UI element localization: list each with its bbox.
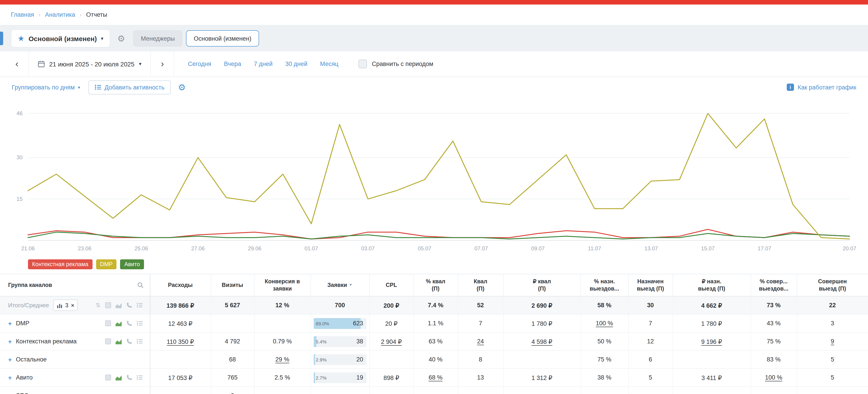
drilldown-value-link[interactable]: 9 bbox=[831, 338, 834, 345]
column-header[interactable]: ₽ назн. выезд (П) bbox=[673, 274, 751, 296]
x-axis-tick-label: 09.07 bbox=[531, 245, 545, 251]
info-icon: i bbox=[787, 84, 794, 91]
legend-chip[interactable]: Контекстная реклама bbox=[28, 259, 92, 269]
data-cell: 4 662 ₽ bbox=[673, 296, 751, 314]
next-period-button[interactable]: › bbox=[151, 52, 175, 76]
search-icon[interactable] bbox=[137, 282, 143, 288]
quick-range-link[interactable]: 30 дней bbox=[285, 60, 307, 67]
cell-value: 12 bbox=[647, 338, 654, 345]
column-header[interactable]: % совер... выездов... bbox=[751, 274, 797, 296]
swatch-icon[interactable] bbox=[105, 302, 111, 308]
column-header[interactable]: % квал (П) bbox=[413, 274, 458, 296]
calls-icon[interactable] bbox=[126, 374, 132, 381]
calls-icon[interactable] bbox=[126, 320, 132, 326]
drilldown-value-link[interactable]: 68 % bbox=[429, 374, 442, 381]
breadcrumb-item[interactable]: Аналитика bbox=[45, 11, 75, 18]
quick-range-link[interactable]: Сегодня bbox=[188, 60, 212, 67]
compare-period-checkbox[interactable] bbox=[359, 60, 367, 68]
show-on-chart-icon[interactable] bbox=[115, 320, 122, 326]
expand-row-button[interactable]: + bbox=[8, 356, 12, 363]
window-chrome-bar bbox=[0, 0, 868, 4]
column-header-label: % совер... выездов... bbox=[759, 278, 788, 292]
swatch-icon[interactable] bbox=[105, 374, 111, 381]
calls-icon[interactable] bbox=[126, 338, 132, 344]
date-range-picker[interactable]: 21 июня 2025 - 20 июля 2025 ▾ bbox=[29, 52, 151, 76]
swatch-icon[interactable] bbox=[105, 320, 111, 326]
cell-value: 623 bbox=[353, 320, 366, 327]
cell-value: 139 866 ₽ bbox=[166, 302, 194, 309]
channel-name: SEO bbox=[16, 392, 29, 394]
quick-range-link[interactable]: Вчера bbox=[224, 60, 241, 67]
data-cell: 12 % bbox=[254, 296, 311, 314]
drilldown-value-link[interactable]: 24 bbox=[477, 338, 484, 345]
chart-settings-gear-icon[interactable]: ⚙ bbox=[178, 82, 186, 92]
report-tab-managers[interactable]: Менеджеры bbox=[133, 30, 182, 47]
swatch-icon[interactable] bbox=[105, 338, 111, 344]
column-header[interactable]: Назначен выезд (П) bbox=[628, 274, 673, 296]
legend-chip[interactable]: Авито bbox=[120, 259, 144, 269]
column-header[interactable]: Заявки▼ bbox=[311, 274, 369, 296]
data-cell: 89.0%623 bbox=[311, 314, 369, 332]
expand-row-button[interactable]: + bbox=[8, 392, 12, 394]
drilldown-value-link[interactable]: 110 350 ₽ bbox=[167, 338, 194, 345]
row-menu-icon[interactable] bbox=[136, 321, 143, 326]
cell-value: 898 ₽ bbox=[383, 374, 399, 381]
cell-value: 7 bbox=[649, 320, 652, 327]
column-header[interactable]: Совершен выезд (П) bbox=[797, 274, 868, 296]
cell-value: 22 bbox=[829, 302, 836, 309]
show-on-chart-icon[interactable] bbox=[115, 375, 122, 380]
add-activity-button[interactable]: Добавить активность bbox=[88, 80, 171, 94]
row-menu-icon[interactable] bbox=[136, 339, 143, 344]
column-header[interactable]: CPL bbox=[369, 274, 413, 296]
quick-range-link[interactable]: Месяц bbox=[320, 60, 338, 67]
legend-chip[interactable]: DMP bbox=[96, 259, 117, 269]
report-tab-main[interactable]: Основной (изменен) bbox=[186, 30, 259, 47]
data-cell bbox=[369, 350, 413, 368]
data-cell: 4 792 bbox=[211, 332, 254, 350]
quick-range-link[interactable]: 7 дней bbox=[254, 60, 273, 67]
x-axis-tick-label: 13.07 bbox=[644, 245, 658, 251]
data-cell: 58 % bbox=[581, 296, 628, 314]
column-header[interactable]: Конверсия в заявки bbox=[254, 274, 311, 296]
drilldown-value-link[interactable]: 4 598 ₽ bbox=[531, 338, 552, 345]
cell-value: 75 % bbox=[597, 356, 611, 363]
drilldown-value-link[interactable]: 29 % bbox=[275, 356, 289, 363]
cell-value: 12 % bbox=[275, 302, 289, 309]
cell-value: 4 662 ₽ bbox=[701, 302, 722, 309]
calls-icon[interactable] bbox=[126, 302, 132, 308]
group-by-dropdown[interactable]: Группировать по дням ▾ bbox=[12, 84, 80, 91]
cell-value: 6 bbox=[649, 356, 652, 363]
row-menu-icon[interactable] bbox=[136, 375, 143, 380]
drilldown-value-link[interactable]: 100 % bbox=[765, 374, 782, 381]
sort-rows-icon[interactable]: ⇅ bbox=[95, 302, 100, 309]
column-header[interactable]: Группа каналов bbox=[0, 274, 150, 296]
data-cell: 7.4 % bbox=[413, 296, 458, 314]
drilldown-value-link[interactable]: 2 904 ₽ bbox=[381, 338, 402, 345]
column-header[interactable]: Визиты bbox=[211, 274, 254, 296]
sidebar-edge-tab[interactable] bbox=[0, 32, 3, 45]
summary-row-label: Итого/Среднее bbox=[8, 302, 49, 309]
drilldown-value-link[interactable]: 9 196 ₽ bbox=[701, 338, 722, 345]
row-menu-icon[interactable] bbox=[136, 303, 143, 308]
column-header[interactable]: Расходы bbox=[150, 274, 211, 296]
cell-value: 7.4 % bbox=[428, 302, 443, 309]
expand-row-button[interactable]: + bbox=[8, 320, 12, 327]
data-cell: 139 866 ₽ bbox=[150, 296, 211, 314]
drilldown-value-link[interactable]: 100 % bbox=[596, 320, 613, 327]
remove-chart-filter-button[interactable]: × bbox=[71, 302, 74, 308]
chart-help-link[interactable]: i Как работает график bbox=[787, 84, 856, 91]
expand-row-button[interactable]: + bbox=[8, 338, 12, 345]
data-cell: 50 % bbox=[581, 332, 628, 350]
column-header[interactable]: % назн. выездов... bbox=[581, 274, 628, 296]
prev-period-button[interactable]: ‹ bbox=[5, 52, 29, 76]
expand-row-button[interactable]: + bbox=[8, 374, 12, 381]
column-header[interactable]: Квал (П) bbox=[458, 274, 503, 296]
report-settings-gear-icon[interactable]: ⚙ bbox=[117, 33, 125, 44]
show-on-chart-icon[interactable] bbox=[115, 339, 122, 344]
data-cell: 1 780 ₽ bbox=[673, 314, 751, 332]
report-selector-dropdown[interactable]: ★ Основной (изменен) ▾ bbox=[11, 29, 110, 48]
data-cell: 700 bbox=[311, 296, 369, 314]
column-header[interactable]: ₽ квал (П) bbox=[503, 274, 581, 296]
show-on-chart-icon[interactable] bbox=[115, 303, 122, 308]
breadcrumb-item[interactable]: Главная bbox=[11, 11, 34, 18]
